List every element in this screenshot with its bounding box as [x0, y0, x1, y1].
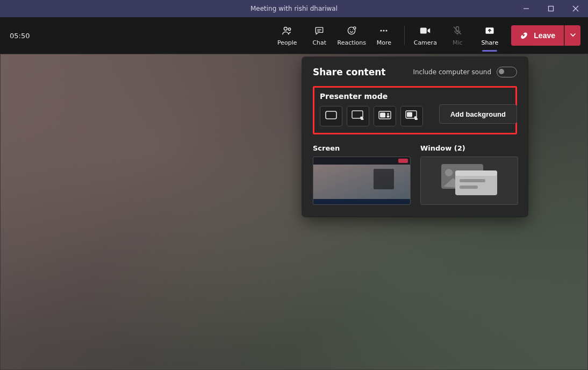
meeting-timer: 05:50: [10, 32, 30, 40]
reactions-button[interactable]: Reactions: [335, 20, 368, 51]
titlebar: Meeting with rishi dhariwal: [0, 0, 588, 17]
svg-point-17: [387, 113, 389, 115]
svg-rect-0: [549, 6, 554, 11]
svg-rect-26: [455, 170, 497, 176]
share-icon: [484, 25, 495, 36]
share-window-thumbnail[interactable]: [420, 156, 518, 205]
presenter-mode-reporter[interactable]: [400, 106, 423, 126]
share-content-panel: Share content Include computer sound Pre…: [302, 57, 528, 217]
camera-button[interactable]: Camera: [409, 20, 441, 51]
svg-rect-14: [361, 118, 364, 120]
svg-point-7: [386, 30, 388, 31]
mic-icon: [452, 25, 463, 36]
leave-button[interactable]: Leave: [511, 25, 564, 46]
presenter-mode-content-only[interactable]: [320, 106, 342, 126]
standout-icon: [352, 110, 364, 122]
svg-point-24: [445, 169, 453, 176]
windows-stack-icon: [437, 161, 501, 201]
reactions-icon: [346, 25, 357, 36]
share-active-indicator: [482, 50, 497, 52]
include-sound-label: Include computer sound: [413, 68, 491, 76]
chat-label: Chat: [312, 39, 326, 46]
include-sound-toggle[interactable]: [497, 67, 517, 77]
people-icon: [281, 25, 293, 36]
svg-rect-28: [460, 186, 478, 189]
svg-point-5: [381, 30, 382, 31]
content-only-icon: [325, 111, 337, 122]
screen-section-title: Screen: [313, 144, 410, 152]
svg-rect-16: [380, 113, 385, 118]
mic-label: Mic: [453, 39, 463, 46]
svg-point-2: [289, 28, 291, 30]
add-background-label: Add background: [450, 110, 506, 118]
reporter-icon: [405, 110, 418, 122]
svg-point-1: [284, 27, 288, 30]
svg-rect-18: [387, 116, 390, 118]
camera-label: Camera: [414, 39, 437, 46]
chat-icon: [314, 25, 325, 36]
presenter-mode-title: Presenter mode: [320, 92, 510, 101]
more-icon: [378, 25, 389, 36]
camera-icon: [419, 25, 431, 36]
share-button[interactable]: Share: [474, 20, 506, 51]
leave-label: Leave: [534, 31, 555, 40]
svg-point-4: [354, 26, 356, 29]
more-button[interactable]: More: [368, 20, 400, 51]
svg-rect-22: [415, 118, 418, 120]
mic-button[interactable]: Mic: [441, 20, 474, 51]
minimize-button[interactable]: [514, 0, 539, 17]
window-section-title: Window (2): [420, 144, 517, 152]
chat-button[interactable]: Chat: [303, 20, 335, 51]
window-title: Meeting with rishi dhariwal: [250, 5, 338, 12]
presenter-mode-standout[interactable]: [347, 106, 369, 126]
maximize-button[interactable]: [539, 0, 563, 17]
reactions-label: Reactions: [338, 39, 367, 46]
svg-rect-11: [326, 111, 336, 119]
svg-rect-20: [407, 112, 412, 117]
svg-point-6: [383, 30, 385, 31]
add-background-button[interactable]: Add background: [439, 104, 517, 124]
leave-dropdown[interactable]: [564, 25, 580, 46]
more-label: More: [377, 39, 391, 46]
side-by-side-icon: [378, 111, 391, 122]
toolbar-divider: [404, 26, 405, 45]
share-screen-thumbnail[interactable]: [313, 156, 411, 205]
meeting-toolbar: 05:50 People Chat: [0, 17, 588, 54]
hangup-icon: [520, 30, 529, 41]
close-button[interactable]: [563, 0, 588, 17]
people-label: People: [277, 39, 297, 46]
svg-rect-27: [460, 179, 485, 182]
people-button[interactable]: People: [271, 20, 303, 51]
presenter-mode-side-by-side[interactable]: [374, 106, 396, 126]
share-panel-title: Share content: [313, 67, 385, 77]
chevron-down-icon: [570, 32, 576, 40]
share-label: Share: [481, 39, 498, 46]
svg-rect-8: [420, 27, 427, 33]
